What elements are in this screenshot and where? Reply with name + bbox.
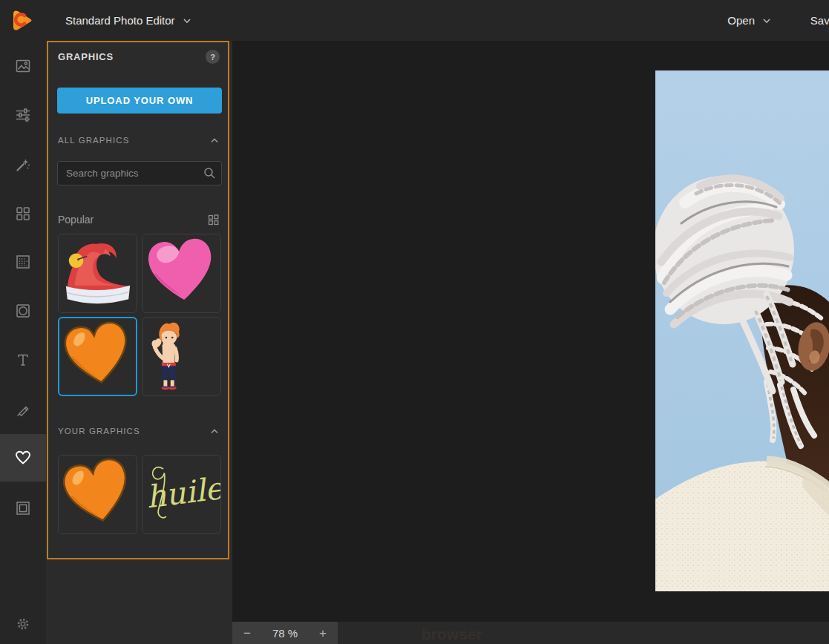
- upload-your-own-button[interactable]: UPLOAD YOUR OWN: [57, 88, 222, 114]
- save-label: Save: [810, 14, 829, 27]
- all-graphics-label: ALL GRAPHICS: [58, 136, 130, 145]
- graphics-heart-icon: [14, 449, 32, 467]
- text-icon: [15, 352, 31, 368]
- photo-icon: [15, 58, 31, 74]
- canvas-bottom-bar: − 78 % + browser: [232, 622, 829, 644]
- help-glyph: ?: [210, 53, 215, 62]
- sidebar-item-graphics[interactable]: [0, 434, 46, 482]
- zoom-out-button[interactable]: −: [243, 627, 251, 640]
- waving-boy-graphic: [142, 318, 220, 395]
- chevron-up-icon[interactable]: [210, 428, 219, 434]
- your-graphics-label: YOUR GRAPHICS: [58, 427, 140, 436]
- search-graphics-field: [57, 161, 222, 185]
- project-title-menu[interactable]: Standard Photo Editor: [65, 0, 191, 41]
- masks-icon: [15, 303, 31, 319]
- graphics-panel-highlight-box: GRAPHICS ? UPLOAD YOUR OWN ALL GRAPHICS …: [47, 41, 229, 559]
- zoom-level-value: 78 %: [272, 627, 298, 640]
- orange-heart-graphic: [59, 456, 137, 533]
- tool-sidebar: [0, 41, 46, 644]
- graphic-tile-huile-script[interactable]: huile: [142, 455, 221, 534]
- browser-watermark: browser: [422, 625, 482, 644]
- orange-heart-graphic: [59, 318, 136, 395]
- sidebar-item-photo[interactable]: [0, 42, 46, 90]
- sidebar-item-effects[interactable]: [0, 141, 46, 188]
- overlays-texture-icon: [15, 254, 31, 270]
- search-input[interactable]: [57, 161, 222, 185]
- santa-hat-graphic: [59, 234, 137, 312]
- popular-section-header: Popular: [58, 213, 219, 226]
- sidebar-item-overlays[interactable]: [0, 238, 46, 286]
- graphic-tile-santa-hat[interactable]: [58, 234, 137, 313]
- popular-label: Popular: [58, 214, 94, 226]
- photo-image[interactable]: [655, 70, 829, 591]
- huile-script-graphic: huile: [142, 456, 220, 533]
- graphic-tile-orange-heart-selected[interactable]: [58, 317, 137, 396]
- editor-canvas[interactable]: − 78 % + browser: [232, 41, 829, 644]
- chevron-down-icon: [762, 16, 771, 25]
- sidebar-item-text[interactable]: [0, 336, 46, 384]
- open-button[interactable]: Open: [727, 0, 771, 41]
- graphic-tile-pink-heart[interactable]: [142, 234, 221, 313]
- browse-all-grid-icon[interactable]: [208, 214, 219, 226]
- filters-grid-icon: [15, 206, 31, 222]
- sidebar-item-adjust[interactable]: [0, 91, 46, 139]
- search-icon: [203, 166, 216, 180]
- sidebar-item-masks[interactable]: [0, 287, 46, 335]
- settings-gear-icon: [15, 616, 31, 632]
- your-graphics-section-header[interactable]: YOUR GRAPHICS: [58, 425, 219, 437]
- app-logo-icon[interactable]: [10, 9, 33, 32]
- pink-heart-graphic: [142, 234, 220, 312]
- chevron-up-icon[interactable]: [210, 137, 219, 143]
- chevron-down-icon: [183, 16, 191, 25]
- frames-icon: [15, 500, 31, 516]
- open-label: Open: [727, 14, 755, 27]
- sidebar-item-draw[interactable]: [0, 386, 46, 433]
- sidebar-item-filters[interactable]: [0, 190, 46, 237]
- project-title: Standard Photo Editor: [65, 14, 175, 27]
- huile-text: huile: [144, 470, 220, 516]
- sidebar-item-settings[interactable]: [0, 600, 46, 644]
- all-graphics-section-header[interactable]: ALL GRAPHICS: [58, 134, 219, 146]
- top-bar: Standard Photo Editor Open Save: [0, 0, 829, 41]
- draw-icon: [15, 401, 31, 418]
- zoom-in-button[interactable]: +: [319, 627, 327, 640]
- save-button[interactable]: Save: [810, 0, 829, 41]
- sidebar-item-frames[interactable]: [0, 484, 46, 532]
- panel-title: GRAPHICS: [58, 51, 114, 62]
- help-icon[interactable]: ?: [206, 50, 220, 64]
- graphic-tile-waving-boy[interactable]: [142, 317, 221, 396]
- zoom-controls: − 78 % +: [232, 622, 338, 644]
- effects-wand-icon: [15, 157, 31, 173]
- graphic-tile-your-orange-heart[interactable]: [58, 455, 137, 534]
- adjust-sliders-icon: [15, 107, 31, 123]
- graphics-panel: GRAPHICS ? UPLOAD YOUR OWN ALL GRAPHICS …: [46, 41, 232, 644]
